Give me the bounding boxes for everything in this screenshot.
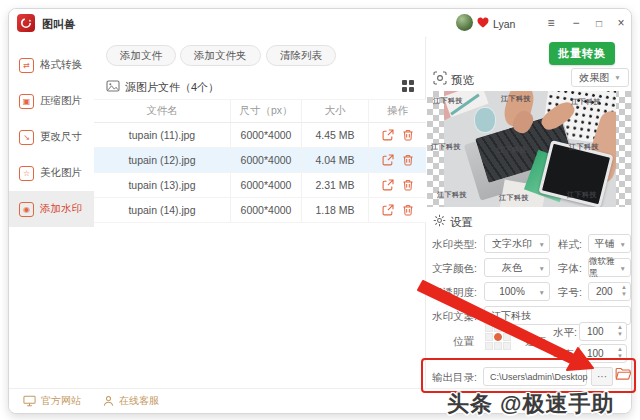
compress-image-icon: ▣	[19, 94, 34, 109]
font-size-value: 200	[596, 286, 613, 297]
opacity-dropdown[interactable]: 100%▼	[484, 282, 550, 301]
vertical-stepper[interactable]: 100 ▲▼	[579, 344, 627, 363]
vertical-value: 100	[587, 348, 604, 359]
add-file-button[interactable]: 添加文件	[106, 45, 176, 66]
app-window: 图叫兽 Lyan ≡ − □ × ⇄ 格式转换 ▣ 压缩图片	[8, 8, 632, 414]
horizontal-stepper[interactable]: 100 ▲▼	[579, 322, 627, 341]
text-color-value: 灰色	[502, 261, 522, 275]
chevron-down-icon: ▼	[539, 241, 545, 248]
sidebar-item-resize[interactable]: ↘ 更改尺寸	[9, 119, 94, 155]
grid-view-icon[interactable]	[402, 80, 415, 93]
watermark-type-dropdown[interactable]: 文字水印▼	[484, 234, 550, 253]
sidebar-item-label: 添加水印	[40, 202, 82, 216]
settings-title: 设置	[450, 215, 473, 230]
file-name: tupain (13).jpg	[94, 173, 231, 197]
preview-title: 预览	[451, 73, 474, 88]
format-convert-icon: ⇄	[19, 58, 34, 73]
preview-mode-dropdown[interactable]: 效果图 ▼	[571, 68, 629, 87]
user-avatar[interactable]	[456, 14, 473, 31]
table-row[interactable]: tupain (13).jpg 6000*4000 2.31 MB	[94, 173, 426, 198]
file-name: tupain (12).jpg	[94, 148, 231, 172]
open-file-icon[interactable]	[382, 179, 394, 191]
file-section-title: 源图片文件（4个）	[125, 80, 219, 95]
maximize-icon[interactable]: □	[591, 16, 607, 32]
file-table: 文件名 尺寸（px） 大小 操作 tupain (11).jpg 6000*40…	[94, 99, 426, 223]
gear-icon	[433, 214, 446, 227]
open-file-icon[interactable]	[382, 129, 394, 141]
preview-area: 江下科技 江下科技 江下科技 江下科技 江下科技 江下科技 江下科技 江下科技 …	[427, 91, 631, 207]
file-list-panel: 添加文件 添加文件夹 清除列表 源图片文件（4个） 文件名 尺寸（px）	[94, 37, 426, 389]
file-size: 4.45 MB	[302, 123, 369, 147]
user-name[interactable]: Lyan	[493, 18, 515, 30]
official-website-link[interactable]: 官方网站	[23, 394, 81, 408]
stepper-arrows-icon[interactable]: ▲▼	[617, 346, 623, 360]
stepper-arrows-icon[interactable]: ▲▼	[617, 324, 623, 338]
sidebar-item-add-watermark[interactable]: ◉ 添加水印	[9, 191, 94, 227]
chevron-down-icon: ▼	[620, 265, 626, 272]
preview-image	[444, 91, 616, 207]
watermark-text-value: 江下科技	[491, 309, 531, 323]
output-dir-input[interactable]: C:\Users\admin\Desktop	[483, 367, 587, 386]
style-dropdown[interactable]: 平铺▼	[588, 234, 631, 253]
browse-button[interactable]: ···	[591, 367, 613, 386]
sidebar-item-label: 更改尺寸	[40, 130, 82, 144]
margin-label: 边距	[525, 335, 546, 349]
file-size: 2.31 MB	[302, 173, 369, 197]
font-size-label: 字号:	[558, 286, 582, 300]
open-file-icon[interactable]	[382, 204, 394, 216]
sidebar-item-format-convert[interactable]: ⇄ 格式转换	[9, 47, 94, 83]
preview-mode-value: 效果图	[579, 71, 609, 85]
file-name: tupain (14).jpg	[94, 198, 231, 222]
online-support-link[interactable]: 在线客服	[103, 394, 159, 408]
beautify-icon: ☆	[19, 166, 34, 181]
watermark-panel: 批量转换 预览 效果图 ▼	[427, 37, 631, 389]
chevron-down-icon: ▼	[614, 74, 620, 81]
font-size-stepper[interactable]: 200 ▲▼	[588, 282, 631, 301]
font-label: 字体:	[558, 262, 582, 276]
table-row[interactable]: tupain (12).jpg 6000*4000 4.04 MB	[94, 148, 426, 173]
close-icon[interactable]: ×	[613, 15, 629, 31]
delete-file-icon[interactable]	[402, 129, 414, 141]
opacity-value: 100%	[499, 286, 525, 297]
position-grid[interactable]	[485, 324, 513, 352]
sidebar-item-compress-image[interactable]: ▣ 压缩图片	[9, 83, 94, 119]
delete-file-icon[interactable]	[402, 204, 414, 216]
clear-list-button[interactable]: 清除列表	[266, 45, 336, 66]
chevron-down-icon: ▼	[620, 241, 626, 248]
add-folder-button[interactable]: 添加文件夹	[180, 45, 261, 66]
font-dropdown[interactable]: 微软雅黑▼	[588, 258, 631, 277]
delete-file-icon[interactable]	[402, 179, 414, 191]
stepper-arrows-icon[interactable]: ▲▼	[621, 284, 627, 298]
sidebar-item-beautify-image[interactable]: ☆ 美化图片	[9, 155, 94, 191]
watermark-type-value: 文字水印	[492, 237, 532, 251]
output-dir-path: C:\Users\admin\Desktop	[490, 372, 588, 382]
image-file-icon	[106, 80, 120, 92]
file-dimensions: 6000*4000	[231, 123, 302, 147]
table-row[interactable]: tupain (11).jpg 6000*4000 4.45 MB	[94, 123, 426, 148]
file-dimensions: 6000*4000	[231, 148, 302, 172]
opacity-label: 不透明度:	[432, 286, 477, 300]
menu-icon[interactable]: ≡	[543, 15, 559, 31]
app-logo-icon	[17, 14, 35, 32]
person-icon	[103, 395, 114, 407]
minimize-icon[interactable]: −	[568, 15, 584, 31]
column-header-size: 大小	[302, 100, 369, 122]
delete-file-icon[interactable]	[402, 154, 414, 166]
official-website-label: 官方网站	[41, 394, 81, 408]
text-color-dropdown[interactable]: 灰色▼	[484, 258, 550, 277]
photo-glass	[474, 107, 496, 133]
source-watermark: 头条 @极速手助	[447, 389, 615, 419]
screenshot-root: 图叫兽 Lyan ≡ − □ × ⇄ 格式转换 ▣ 压缩图片	[0, 0, 640, 420]
batch-convert-button[interactable]: 批量转换	[549, 42, 615, 65]
output-dir-label: 输出目录:	[432, 371, 477, 385]
column-header-actions: 操作	[369, 100, 426, 122]
open-file-icon[interactable]	[382, 154, 394, 166]
title-bar: 图叫兽 Lyan ≡ − □ ×	[9, 9, 631, 38]
vip-heart-icon	[477, 17, 489, 28]
table-header-row: 文件名 尺寸（px） 大小 操作	[94, 99, 426, 123]
file-dimensions: 6000*4000	[231, 173, 302, 197]
open-folder-icon[interactable]	[615, 366, 632, 386]
vertical-label: 垂直:	[553, 348, 577, 362]
horizontal-value: 100	[587, 326, 604, 337]
table-row[interactable]: tupain (14).jpg 6000*4000 1.18 MB	[94, 198, 426, 223]
